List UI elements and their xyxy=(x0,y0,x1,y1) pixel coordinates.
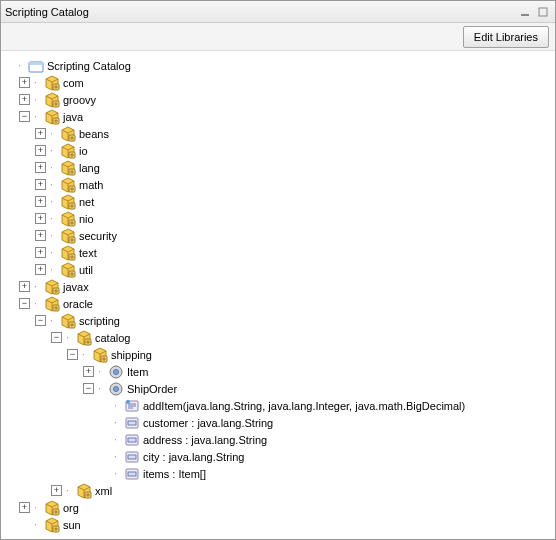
tree-row[interactable]: +·xml xyxy=(51,482,551,499)
tree-row[interactable]: +·Item xyxy=(83,363,551,380)
expand-icon[interactable]: + xyxy=(35,145,46,156)
expand-icon[interactable]: + xyxy=(35,196,46,207)
package-icon xyxy=(60,143,76,159)
maximize-icon[interactable] xyxy=(535,5,551,19)
tree-connector: · xyxy=(50,247,60,258)
tree-row[interactable]: +·net xyxy=(35,193,551,210)
tree-row[interactable]: +·nio xyxy=(35,210,551,227)
expand-icon[interactable]: + xyxy=(51,485,62,496)
tree-connector: · xyxy=(50,196,60,207)
tree-node: −·scripting−·catalog−·shipping+·Item−·Sh… xyxy=(35,312,551,499)
tree-node: +·com xyxy=(19,74,551,91)
tree-node-label: math xyxy=(79,179,103,191)
tree: ·Scripting Catalog+·com+·groovy−·java+·b… xyxy=(3,57,551,533)
package-icon xyxy=(60,194,76,210)
tree-leaf-marker xyxy=(99,400,110,411)
tree-node-label: xml xyxy=(95,485,112,497)
tree-row[interactable]: ·sun xyxy=(19,516,551,533)
tree-row[interactable]: −·catalog xyxy=(51,329,551,346)
expand-icon[interactable]: + xyxy=(19,502,30,513)
collapse-icon[interactable]: − xyxy=(19,111,30,122)
tree-row[interactable]: −·oracle xyxy=(19,295,551,312)
tree-node: ·items : Item[] xyxy=(99,465,551,482)
tree-node: +·beans xyxy=(35,125,551,142)
tree-node-label: com xyxy=(63,77,84,89)
tree-row[interactable]: +·javax xyxy=(19,278,551,295)
tree-row[interactable]: −·scripting xyxy=(35,312,551,329)
tree-connector: · xyxy=(82,349,92,360)
tree-node-label: city : java.lang.String xyxy=(143,451,245,463)
tree-row[interactable]: +·security xyxy=(35,227,551,244)
minimize-icon[interactable] xyxy=(517,5,533,19)
tree-node: +·javax xyxy=(19,278,551,295)
tree-row[interactable]: ·address : java.lang.String xyxy=(99,431,551,448)
tree-node: −·ShipOrder·addItem(java.lang.String, ja… xyxy=(83,380,551,482)
expand-icon[interactable]: + xyxy=(35,247,46,258)
tree-node-label: ShipOrder xyxy=(127,383,177,395)
expand-icon[interactable]: + xyxy=(83,366,94,377)
expand-icon[interactable]: + xyxy=(35,162,46,173)
expand-icon[interactable]: + xyxy=(19,281,30,292)
tree-node-label: beans xyxy=(79,128,109,140)
tree-row[interactable]: ·addItem(java.lang.String, java.lang.Int… xyxy=(99,397,551,414)
package-icon xyxy=(44,279,60,295)
tree-row[interactable]: +·lang xyxy=(35,159,551,176)
tree-node-label: shipping xyxy=(111,349,152,361)
tree-connector: · xyxy=(50,213,60,224)
collapse-icon[interactable]: − xyxy=(51,332,62,343)
package-icon xyxy=(76,483,92,499)
tree-row[interactable]: +·text xyxy=(35,244,551,261)
edit-libraries-button[interactable]: Edit Libraries xyxy=(463,26,549,48)
tree-node-label: security xyxy=(79,230,117,242)
tree-row[interactable]: −·java xyxy=(19,108,551,125)
tree-row[interactable]: +·org xyxy=(19,499,551,516)
tree-connector: · xyxy=(50,145,60,156)
tree-connector: · xyxy=(114,400,124,411)
expand-icon[interactable]: + xyxy=(19,94,30,105)
tree-node-label: groovy xyxy=(63,94,96,106)
root-icon xyxy=(28,58,44,74)
collapse-icon[interactable]: − xyxy=(19,298,30,309)
window-title: Scripting Catalog xyxy=(5,6,515,18)
package-icon xyxy=(60,228,76,244)
expand-icon[interactable]: + xyxy=(35,213,46,224)
tree-row[interactable]: ·customer : java.lang.String xyxy=(99,414,551,431)
expand-icon[interactable]: + xyxy=(35,230,46,241)
tree-row[interactable]: +·math xyxy=(35,176,551,193)
tree-node: +·groovy xyxy=(19,91,551,108)
tree-connector: · xyxy=(114,451,124,462)
tree-row[interactable]: ·Scripting Catalog xyxy=(3,57,551,74)
tree-node-label: catalog xyxy=(95,332,130,344)
tree-leaf-marker xyxy=(19,519,30,530)
tree-node: ·customer : java.lang.String xyxy=(99,414,551,431)
tree-node: +·nio xyxy=(35,210,551,227)
expand-icon[interactable]: + xyxy=(19,77,30,88)
tree-row[interactable]: +·io xyxy=(35,142,551,159)
tree-row[interactable]: +·util xyxy=(35,261,551,278)
tree-row[interactable]: ·city : java.lang.String xyxy=(99,448,551,465)
tree-node: +·security xyxy=(35,227,551,244)
tree-row[interactable]: +·com xyxy=(19,74,551,91)
tree-connector: · xyxy=(18,60,28,71)
collapse-icon[interactable]: − xyxy=(35,315,46,326)
toolbar: Edit Libraries xyxy=(1,23,555,51)
tree-leaf-marker xyxy=(3,60,14,71)
tree-row[interactable]: −·ShipOrder xyxy=(83,380,551,397)
tree-row[interactable]: +·groovy xyxy=(19,91,551,108)
tree-row[interactable]: +·beans xyxy=(35,125,551,142)
expand-icon[interactable]: + xyxy=(35,264,46,275)
tree-row[interactable]: ·items : Item[] xyxy=(99,465,551,482)
tree-children: +·Item−·ShipOrder·addItem(java.lang.Stri… xyxy=(83,363,551,482)
expand-icon[interactable]: + xyxy=(35,128,46,139)
expand-icon[interactable]: + xyxy=(35,179,46,190)
tree-node: ·addItem(java.lang.String, java.lang.Int… xyxy=(99,397,551,414)
collapse-icon[interactable]: − xyxy=(67,349,78,360)
tree-row[interactable]: −·shipping xyxy=(67,346,551,363)
tree-connector: · xyxy=(50,162,60,173)
package-icon xyxy=(44,92,60,108)
tree-connector: · xyxy=(50,230,60,241)
tree-connector: · xyxy=(34,94,44,105)
tree-node-label: sun xyxy=(63,519,81,531)
collapse-icon[interactable]: − xyxy=(83,383,94,394)
tree-node-label: lang xyxy=(79,162,100,174)
